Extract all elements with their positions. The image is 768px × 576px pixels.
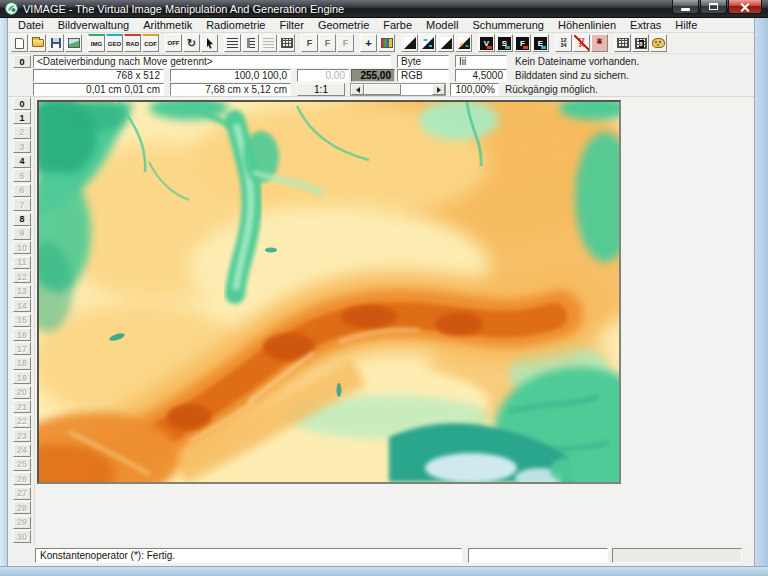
image-slot-button[interactable]: 18 (13, 357, 31, 370)
channels-field[interactable]: Iii (455, 55, 507, 68)
profile-list-button-1[interactable] (224, 34, 241, 52)
zoom-scrollbar[interactable] (350, 83, 446, 96)
menu-item[interactable]: Schummerung (465, 18, 551, 33)
image-slot-button[interactable]: 23 (13, 429, 31, 442)
image-slot-button[interactable]: 14 (13, 299, 31, 312)
menu-item[interactable]: Farbe (376, 18, 419, 33)
max-value-field[interactable]: 255,00 (351, 69, 395, 82)
image-slot-button[interactable]: 9 (13, 227, 31, 240)
image-slot-button[interactable]: 0 (13, 97, 31, 110)
image-slot-button[interactable]: 26 (13, 472, 31, 485)
palette-button[interactable] (650, 34, 667, 52)
maximize-button[interactable] (700, 0, 727, 14)
menu-item[interactable]: Geometrie (311, 18, 376, 33)
menu-item[interactable]: Hilfe (668, 18, 704, 33)
grid-8bit-button[interactable]: 8 (632, 34, 649, 52)
rad-header-button[interactable]: RAD (124, 34, 141, 52)
connection-field[interactable]: <Dateiverbindung nach Move getrennt> (33, 55, 391, 68)
image-index-button[interactable]: 0 (13, 55, 31, 68)
image-slot-button[interactable]: 2 (13, 126, 31, 139)
image-slot-button[interactable]: 16 (13, 328, 31, 341)
menu-item[interactable]: Extras (623, 18, 668, 33)
color-mode-field[interactable]: RGB (397, 69, 449, 82)
image-slot-button[interactable]: 15 (13, 314, 31, 327)
image-slot-button[interactable]: 17 (13, 342, 31, 355)
ratio-button[interactable]: 1:1 (297, 83, 345, 96)
farb-button[interactable]: F (514, 34, 531, 52)
print-size-field[interactable]: 7,68 cm x 5,12 cm (170, 83, 291, 96)
cof-header-button[interactable]: COF (142, 34, 159, 52)
function-button-2[interactable]: F (319, 34, 336, 52)
fine-grid-button[interactable] (614, 34, 631, 52)
min-value-field[interactable]: 0,00 (297, 69, 349, 82)
image-slot-button[interactable]: 10 (13, 241, 31, 254)
slope-button-3[interactable] (437, 34, 454, 52)
profile-list-button-2[interactable] (242, 34, 259, 52)
slope-button-2[interactable] (419, 34, 436, 52)
menu-item[interactable]: Datei (11, 18, 51, 33)
image-slot-button[interactable]: 6 (13, 184, 31, 197)
scroll-track[interactable] (401, 84, 432, 95)
image-slot-button[interactable]: 30 (13, 530, 31, 543)
scroll-left-button[interactable] (351, 84, 364, 95)
image-slot-button[interactable]: 13 (13, 285, 31, 298)
new-file-button[interactable] (11, 34, 28, 52)
image-slot-button[interactable]: 4 (13, 155, 31, 168)
open-file-button[interactable] (29, 34, 46, 52)
ebenen-button[interactable]: E (532, 34, 549, 52)
scroll-thumb[interactable] (364, 84, 401, 95)
zoom-field[interactable]: 100,00% (450, 83, 499, 96)
image-slot-button[interactable]: 12 (13, 270, 31, 283)
menu-item[interactable]: Arithmetik (136, 18, 199, 33)
numbers-off-button[interactable]: 1234 (573, 34, 590, 52)
image-slot-button[interactable]: 28 (13, 501, 31, 514)
image-slot-button[interactable]: 19 (13, 371, 31, 384)
image-slot-button[interactable]: 27 (13, 487, 31, 500)
close-button[interactable] (728, 0, 762, 14)
image-slot-button[interactable]: 8 (13, 213, 31, 226)
save-file-button[interactable] (47, 34, 64, 52)
image-slot-button[interactable]: 5 (13, 169, 31, 182)
image-slot-button[interactable]: 21 (13, 400, 31, 413)
dimensions-field[interactable]: 768 x 512 (33, 69, 164, 82)
refresh-button[interactable]: ↻ (183, 34, 200, 52)
profile-list-button-3[interactable] (260, 34, 277, 52)
value-field[interactable]: 4,5000 (455, 69, 507, 82)
slope-button-1[interactable] (401, 34, 418, 52)
color-image-button[interactable] (378, 34, 395, 52)
img-header-button[interactable]: IMG (88, 34, 105, 52)
image-slot-button[interactable]: 20 (13, 386, 31, 399)
menu-item[interactable]: Bildverwaltung (51, 18, 137, 33)
numbers-button[interactable]: 1234 (555, 34, 572, 52)
menu-item[interactable]: Höhenlinien (551, 18, 623, 33)
menu-item[interactable]: Filter (272, 18, 310, 33)
menu-item[interactable]: Modell (419, 18, 465, 33)
scroll-right-button[interactable] (432, 84, 445, 95)
minimize-button[interactable] (672, 0, 699, 14)
menu-item[interactable]: Radiometrie (199, 18, 272, 33)
off-button[interactable]: OFF (165, 34, 182, 52)
geo-header-button[interactable]: GEO (106, 34, 123, 52)
image-slot-button[interactable]: 29 (13, 516, 31, 529)
export-image-button[interactable] (65, 34, 82, 52)
position-field[interactable]: 100,0 100,0 (170, 69, 291, 82)
data-type-field[interactable]: Byte (397, 55, 449, 68)
function-button-1[interactable]: F (301, 34, 318, 52)
schummerung-button[interactable]: S (496, 34, 513, 52)
asterisk-button[interactable]: +× (591, 34, 608, 52)
image-slot-button[interactable]: 24 (13, 444, 31, 457)
map-image[interactable] (37, 100, 621, 484)
pixel-size-field[interactable]: 0,01 cm 0,01 cm (33, 83, 164, 96)
image-slot-button[interactable]: 25 (13, 458, 31, 471)
crosshair-button[interactable]: + (360, 34, 377, 52)
slope-button-4[interactable] (455, 34, 472, 52)
image-slot-button[interactable]: 11 (13, 256, 31, 269)
image-slot-button[interactable]: 1 (13, 111, 31, 124)
image-slot-button[interactable]: 3 (13, 140, 31, 153)
image-slot-button[interactable]: 7 (13, 198, 31, 211)
function-button-3[interactable]: F (337, 34, 354, 52)
image-slot-button[interactable]: 22 (13, 415, 31, 428)
pointer-button[interactable] (201, 34, 218, 52)
table-grid-button[interactable] (278, 34, 295, 52)
vario-button[interactable]: V (478, 34, 495, 52)
